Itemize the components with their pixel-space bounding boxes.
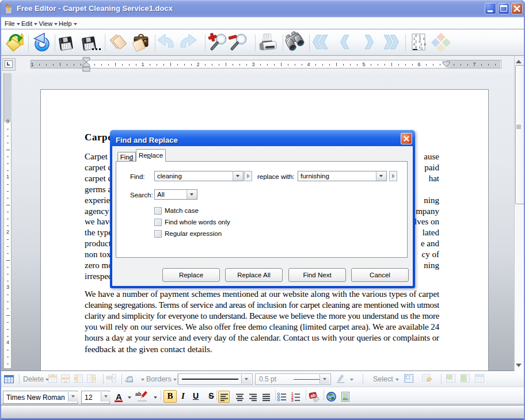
svg-text:ab: ab	[135, 391, 142, 397]
svg-text:ab: ab	[310, 392, 316, 399]
svg-text:3: 3	[291, 398, 294, 402]
